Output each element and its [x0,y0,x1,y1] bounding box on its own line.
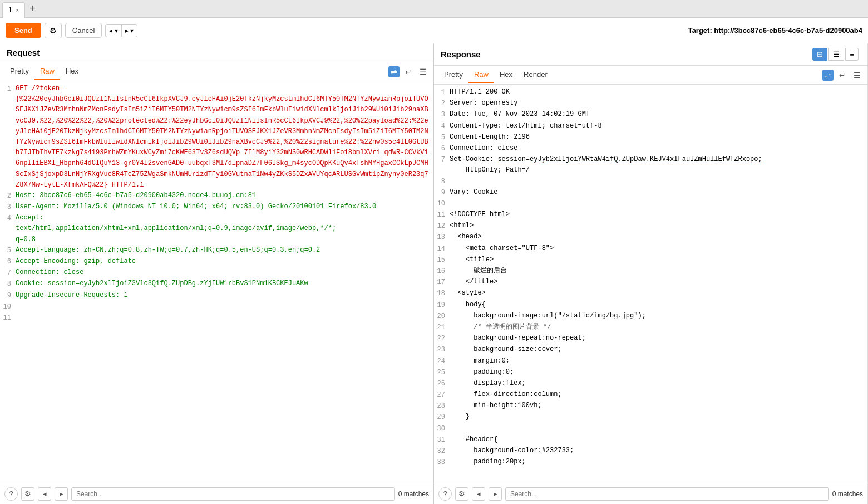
response-line-25: 25 padding:0; [434,367,867,378]
request-line-1: 1 GET /?token={%22%20eyJhbGci0iJQUzI1NiI… [0,84,433,190]
response-search-back-button[interactable]: ◂ [472,487,485,501]
nav-back-button[interactable]: ◂ ▾ [105,24,121,37]
nav-group: ◂ ▾ ▸ ▾ [105,24,137,37]
view-toggle-list[interactable]: ☰ [828,48,844,61]
nav-forward-button[interactable]: ▸ ▾ [121,24,137,37]
response-tab-hex[interactable]: Hex [494,67,518,83]
request-search-forward-button[interactable]: ▸ [55,487,68,501]
response-panel: Response ⊞ ☰ ≡ Pretty Raw Hex Render ⇌ ↵… [434,43,868,504]
response-line-15: 15 <title> [434,255,867,266]
response-line-1: 1 HTTP/1.1 200 OK [434,87,867,98]
response-tab-render[interactable]: Render [518,67,553,83]
request-tab-pretty[interactable]: Pretty [4,63,34,80]
response-line-31: 31 #header{ [434,434,867,446]
response-line-26: 26 display:flex; [434,378,867,389]
request-tabs: Pretty Raw Hex ⇌ ↵ ☰ [0,62,433,81]
request-bottom-bar: ? ⚙ ◂ ▸ 0 matches [0,483,433,504]
response-line-29: 29 } [434,412,867,423]
request-code-area: 1 GET /?token={%22%20eyJhbGci0iJQUzI1NiI… [0,81,433,483]
response-line-24: 24 margin:0; [434,356,867,367]
response-line-23: 23 background-size:cover; [434,344,867,355]
main-content: Request Pretty Raw Hex ⇌ ↵ ☰ 1 GET /?tok… [0,43,868,504]
response-line-22: 22 background-repeat:no-repeat; [434,333,867,344]
cancel-button[interactable]: Cancel [65,23,102,38]
request-word-wrap-icon[interactable]: ⇌ [388,66,400,77]
response-line-11: 11 <!DOCTYPE html> [434,209,867,221]
request-search-input[interactable] [71,487,395,501]
response-line-14: 14 <meta charset="UTF-8"> [434,243,867,255]
response-line-2: 2 Server: openresty [434,98,867,109]
request-panel-title: Request [0,43,433,62]
request-settings-button[interactable]: ⚙ [21,487,34,501]
tab-1-label: 1 [8,6,12,14]
request-search-back-button[interactable]: ◂ [38,487,51,501]
response-bottom-bar: ? ⚙ ◂ ▸ 0 matches [434,483,867,504]
request-tab-hex[interactable]: Hex [60,63,84,80]
response-line-20: 20 background-image:url("/static/img/bg.… [434,311,867,322]
response-tab-raw[interactable]: Raw [468,67,494,83]
request-help-button[interactable]: ? [4,487,18,501]
response-line-3: 3 Date: Tue, 07 Nov 2023 14:02:19 GMT [434,109,867,120]
request-line-10: 10 [0,301,433,312]
toolbar: Send ⚙ Cancel ◂ ▾ ▸ ▾ Target: http://3bc… [0,18,868,43]
request-line-4: 4 Accept:text/html,application/xhtml+xml… [0,213,433,245]
response-tabs: Pretty Raw Hex Render ⇌ ↵ ☰ [434,66,867,85]
response-line-28: 28 min-height:100vh; [434,400,867,412]
view-toggle: ⊞ ☰ ≡ [812,48,859,61]
response-line-4: 4 Content-Type: text/html; charset=utf-8 [434,121,867,132]
settings-button[interactable]: ⚙ [45,23,62,38]
response-line-33: 33 padding:20px; [434,457,867,468]
response-line-30: 30 [434,423,867,434]
request-line-8: 8 Cookie: session=eyJyb2xlIjoiZ3Vlc3QifQ… [0,278,433,290]
response-matches-label: 0 matches [832,490,863,498]
request-panel: Request Pretty Raw Hex ⇌ ↵ ☰ 1 GET /?tok… [0,43,434,504]
response-help-button[interactable]: ? [438,487,452,501]
request-menu-icon[interactable]: ☰ [417,66,429,77]
target-label: Target: http://3bcc87c6-eb65-4c6c-b7a5-d… [688,26,862,35]
response-line-12: 12 <html> [434,221,867,232]
request-line-3: 3 User-Agent: Mozilla/5.0 (Windows NT 10… [0,202,433,213]
response-line-5: 5 Content-Length: 2196 [434,132,867,143]
request-line-6: 6 Accept-Encoding: gzip, deflate [0,256,433,267]
response-cookie-value: session=eyJyb2xlIjoiYWRtaW4ifQ.ZUpDaw.KE… [497,155,762,163]
tab-close-icon[interactable]: × [16,7,19,13]
view-toggle-list2[interactable]: ≡ [845,48,859,61]
response-line-10: 10 [434,198,867,209]
response-line-27: 27 flex-direction:column; [434,389,867,400]
response-tab-pretty[interactable]: Pretty [438,67,468,83]
response-menu-icon[interactable]: ☰ [851,70,863,81]
response-line-17: 17 </title> [434,277,867,288]
tab-add-button[interactable]: + [25,3,40,14]
tab-1[interactable]: 1 × [2,2,25,18]
response-line-19: 19 body{ [434,300,867,311]
response-word-wrap-icon[interactable]: ⇌ [822,70,834,81]
request-line-9: 9 Upgrade-Insecure-Requests: 1 [0,290,433,301]
request-matches-label: 0 matches [398,490,429,498]
response-line-16: 16 破烂的后台 [434,266,867,277]
response-code-area: 1 HTTP/1.1 200 OK 2 Server: openresty 3 … [434,85,867,483]
response-search-input[interactable] [505,487,829,501]
response-line-18: 18 <style> [434,288,867,299]
response-line-8: 8 [434,176,867,187]
send-button[interactable]: Send [6,23,41,38]
response-settings-button[interactable]: ⚙ [455,487,468,501]
tab-bar: 1 × + [0,0,868,18]
request-tab-icons: ⇌ ↵ ☰ [388,66,429,77]
response-newline-icon[interactable]: ↵ [837,70,848,81]
request-line-7: 7 Connection: close [0,267,433,278]
request-tab-raw[interactable]: Raw [34,63,60,80]
response-panel-title: Response [441,50,481,59]
view-toggle-grid[interactable]: ⊞ [812,48,827,61]
response-tab-icons: ⇌ ↵ ☰ [822,70,863,81]
response-line-9: 9 Vary: Cookie [434,187,867,198]
request-line-2: 2 Host: 3bcc87c6-eb65-4c6c-b7a5-d20900ab… [0,190,433,202]
response-line-13: 13 <head> [434,232,867,243]
response-line-7: 7 Set-Cookie: session=eyJyb2xlIjoiYWRtaW… [434,154,867,175]
response-line-21: 21 /* 半透明的图片背景 */ [434,322,867,333]
response-line-6: 6 Connection: close [434,143,867,154]
request-line-11: 11 [0,312,433,324]
request-line-5: 5 Accept-Language: zh-CN,zh;q=0.8,zh-TW;… [0,245,433,256]
response-search-forward-button[interactable]: ▸ [489,487,502,501]
request-newline-icon[interactable]: ↵ [403,66,414,77]
response-line-32: 32 background-color:#232733; [434,446,867,457]
